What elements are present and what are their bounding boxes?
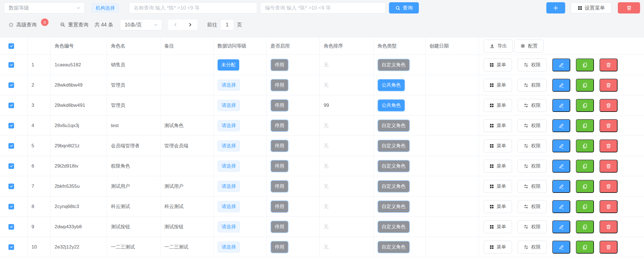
delete-button[interactable] xyxy=(600,99,618,112)
permission-button[interactable]: 权限 xyxy=(518,139,547,152)
status-tag[interactable]: 停用 xyxy=(270,241,289,253)
delete-button[interactable] xyxy=(600,200,618,213)
menu-button[interactable]: 菜单 xyxy=(484,139,512,152)
role-type-tag[interactable]: 自定义角色 xyxy=(377,180,410,193)
copy-button[interactable] xyxy=(576,160,594,173)
row-checkbox[interactable] xyxy=(8,103,14,108)
role-type-tag[interactable]: 自定义角色 xyxy=(377,200,410,213)
role-type-tag[interactable]: 自定义角色 xyxy=(377,140,410,152)
name-search-input[interactable] xyxy=(129,2,257,13)
role-type-tag[interactable]: 自定义角色 xyxy=(377,160,410,172)
row-checkbox[interactable] xyxy=(8,123,14,128)
edit-button[interactable] xyxy=(552,220,570,233)
goto-page-input[interactable] xyxy=(220,19,234,30)
status-tag[interactable]: 停用 xyxy=(270,59,289,71)
edit-button[interactable] xyxy=(552,79,570,92)
edit-button[interactable] xyxy=(552,160,570,173)
copy-button[interactable] xyxy=(576,220,594,233)
role-type-tag[interactable]: 自定义角色 xyxy=(377,221,410,233)
reset-query-link[interactable]: 重置查询 xyxy=(60,21,88,28)
code-search-input[interactable] xyxy=(260,2,386,13)
copy-button[interactable] xyxy=(576,200,594,213)
data-level-tag[interactable]: 请选择 xyxy=(218,241,240,253)
edit-button[interactable] xyxy=(552,99,570,112)
data-level-select[interactable]: 数据等级 xyxy=(4,2,85,13)
delete-button[interactable] xyxy=(600,58,618,71)
status-tag[interactable]: 停用 xyxy=(270,140,289,152)
role-type-tag[interactable]: 自定义角色 xyxy=(377,59,410,71)
row-checkbox[interactable] xyxy=(8,224,14,230)
prev-page-button[interactable] xyxy=(168,19,183,30)
status-tag[interactable]: 停用 xyxy=(270,79,289,91)
role-type-tag[interactable]: 自定义角色 xyxy=(377,241,410,253)
row-checkbox[interactable] xyxy=(8,204,14,209)
menu-button[interactable]: 菜单 xyxy=(484,58,512,71)
edit-button[interactable] xyxy=(552,200,570,213)
menu-button[interactable]: 菜单 xyxy=(484,241,512,254)
row-checkbox[interactable] xyxy=(8,184,14,189)
edit-button[interactable] xyxy=(552,58,570,71)
status-tag[interactable]: 停用 xyxy=(270,99,289,112)
add-button[interactable] xyxy=(546,2,565,13)
menu-button[interactable]: 菜单 xyxy=(484,220,512,233)
menu-button[interactable]: 菜单 xyxy=(484,79,512,92)
status-tag[interactable]: 停用 xyxy=(270,221,289,233)
data-level-tag[interactable]: 未分配 xyxy=(218,59,239,71)
status-tag[interactable]: 停用 xyxy=(270,200,289,213)
data-level-tag[interactable]: 请选择 xyxy=(218,201,240,212)
delete-button[interactable] xyxy=(600,241,618,254)
role-type-tag[interactable]: 公共角色 xyxy=(377,79,405,91)
copy-button[interactable] xyxy=(576,99,594,112)
delete-button[interactable] xyxy=(600,79,618,92)
advanced-query-link[interactable]: 高级查询 0 xyxy=(8,21,49,29)
data-level-tag[interactable]: 请选择 xyxy=(218,100,240,111)
select-all-checkbox[interactable] xyxy=(8,43,14,49)
export-button[interactable]: 导出 xyxy=(484,40,513,53)
role-type-tag[interactable]: 公共角色 xyxy=(377,99,405,112)
delete-button[interactable] xyxy=(600,220,618,233)
row-checkbox[interactable] xyxy=(8,62,14,68)
row-checkbox[interactable] xyxy=(8,82,14,88)
data-level-tag[interactable]: 请选择 xyxy=(218,181,240,192)
copy-button[interactable] xyxy=(576,58,594,71)
copy-button[interactable] xyxy=(576,241,594,254)
delete-selected-button[interactable] xyxy=(618,2,640,13)
org-select-button[interactable]: 机构选择 xyxy=(92,4,118,12)
permission-button[interactable]: 权限 xyxy=(518,180,547,193)
role-type-tag[interactable]: 自定义角色 xyxy=(377,119,410,132)
row-checkbox[interactable] xyxy=(8,244,14,250)
page-size-select[interactable]: 10条/页 xyxy=(120,19,162,30)
permission-button[interactable]: 权限 xyxy=(518,160,547,173)
config-button[interactable]: 配置 xyxy=(514,40,544,53)
delete-button[interactable] xyxy=(600,119,618,132)
copy-button[interactable] xyxy=(576,139,594,152)
data-level-tag[interactable]: 请选择 xyxy=(218,140,240,152)
edit-button[interactable] xyxy=(552,241,570,254)
delete-button[interactable] xyxy=(600,139,618,152)
copy-button[interactable] xyxy=(576,119,594,132)
next-page-button[interactable] xyxy=(183,19,198,30)
menu-button[interactable]: 菜单 xyxy=(484,200,512,213)
delete-button[interactable] xyxy=(600,180,618,193)
permission-button[interactable]: 权限 xyxy=(518,58,547,71)
delete-button[interactable] xyxy=(600,160,618,173)
status-tag[interactable]: 停用 xyxy=(270,119,289,132)
permission-button[interactable]: 权限 xyxy=(518,119,547,132)
permission-button[interactable]: 权限 xyxy=(518,220,547,233)
row-checkbox[interactable] xyxy=(8,163,14,169)
data-level-tag[interactable]: 请选择 xyxy=(218,80,240,91)
permission-button[interactable]: 权限 xyxy=(518,200,547,213)
status-tag[interactable]: 停用 xyxy=(270,180,289,193)
menu-button[interactable]: 菜单 xyxy=(484,99,512,112)
permission-button[interactable]: 权限 xyxy=(518,79,547,92)
search-button[interactable]: 查询 xyxy=(389,2,419,13)
edit-button[interactable] xyxy=(552,119,570,132)
status-tag[interactable]: 停用 xyxy=(270,160,289,172)
data-level-tag[interactable]: 请选择 xyxy=(218,161,240,172)
permission-button[interactable]: 权限 xyxy=(518,99,547,112)
menu-button[interactable]: 菜单 xyxy=(484,119,512,132)
edit-button[interactable] xyxy=(552,180,570,193)
menu-button[interactable]: 菜单 xyxy=(484,180,512,193)
permission-button[interactable]: 权限 xyxy=(518,241,547,254)
edit-button[interactable] xyxy=(552,139,570,152)
